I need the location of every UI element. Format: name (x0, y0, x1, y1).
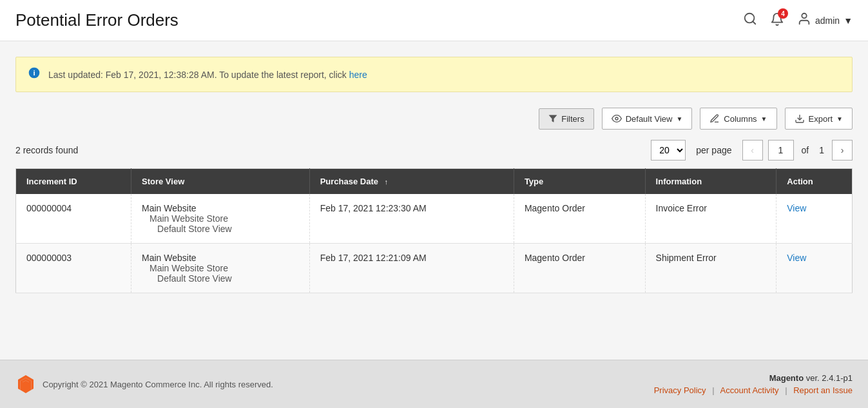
main-content: i Last updated: Feb 17, 2021, 12:38:28 A… (0, 41, 868, 360)
footer-copyright: Copyright © 2021 Magento Commerce Inc. A… (43, 380, 273, 389)
total-pages: 1 (819, 145, 824, 155)
sort-icon: ↑ (385, 178, 389, 186)
view-action-link[interactable]: View (787, 253, 806, 263)
table-row: 000000004 Main Website Main Website Stor… (16, 194, 853, 244)
user-menu[interactable]: admin ▼ (797, 12, 853, 29)
cell-type: Magento Order (514, 194, 645, 244)
page-of-label: of (802, 145, 809, 155)
cell-action: View (776, 194, 853, 244)
info-banner-link[interactable]: here (349, 70, 367, 80)
notification-bell[interactable]: 4 (770, 12, 784, 28)
col-information: Information (645, 169, 776, 195)
cell-information: Invoice Error (645, 194, 776, 244)
records-bar: 2 records found 20 30 50 per page ‹ 1 of… (15, 140, 853, 160)
columns-button[interactable]: Columns ▼ (700, 108, 776, 130)
svg-text:i: i (33, 68, 35, 77)
footer-version: Magento ver. 2.4.1-p1 (654, 373, 853, 383)
page-header: Potential Error Orders 4 admin ▼ (0, 0, 868, 41)
cell-increment-id: 000000003 (16, 244, 131, 293)
cell-purchase-date: Feb 17, 2021 12:23:30 AM (309, 194, 514, 244)
col-action: Action (776, 169, 853, 195)
col-type: Type (514, 169, 645, 195)
columns-chevron: ▼ (761, 115, 767, 122)
page-title: Potential Error Orders (15, 10, 178, 30)
account-activity-link[interactable]: Account Activity (720, 385, 779, 395)
toolbar: Filters Default View ▼ Columns ▼ Export … (15, 108, 853, 130)
cell-type: Magento Order (514, 244, 645, 293)
magento-logo-icon (15, 374, 36, 394)
col-store-view: Store View (131, 169, 310, 195)
svg-point-6 (615, 117, 618, 120)
svg-line-1 (753, 21, 755, 24)
cell-store-view: Main Website Main Website Store Default … (131, 244, 310, 293)
privacy-policy-link[interactable]: Privacy Policy (654, 385, 706, 395)
col-increment-id: Increment ID (16, 169, 131, 195)
view-action-link[interactable]: View (787, 203, 806, 213)
separator: | (785, 385, 787, 395)
next-page-button[interactable]: › (832, 140, 853, 160)
cell-action: View (776, 244, 853, 293)
table-body: 000000004 Main Website Main Website Stor… (16, 194, 853, 293)
default-view-chevron: ▼ (676, 115, 682, 122)
report-issue-link[interactable]: Report an Issue (793, 385, 853, 395)
cell-information: Shipment Error (645, 244, 776, 293)
info-icon: i (28, 66, 41, 83)
cell-increment-id: 000000004 (16, 194, 131, 244)
filters-button[interactable]: Filters (539, 108, 593, 130)
export-chevron: ▼ (836, 115, 843, 122)
footer-logo: Copyright © 2021 Magento Commerce Inc. A… (15, 374, 273, 394)
info-banner-text: Last updated: Feb 17, 2021, 12:38:28 AM.… (48, 70, 367, 80)
user-menu-chevron: ▼ (844, 15, 853, 26)
per-page-dropdown[interactable]: 20 30 50 (651, 140, 686, 160)
svg-marker-5 (549, 115, 557, 122)
prev-page-button[interactable]: ‹ (742, 140, 763, 160)
per-page-label: per page (696, 145, 731, 155)
current-page: 1 (768, 140, 794, 160)
footer-links: Privacy Policy | Account Activity | Repo… (654, 385, 853, 395)
page-footer: Copyright © 2021 Magento Commerce Inc. A… (0, 360, 868, 408)
cell-store-view: Main Website Main Website Store Default … (131, 194, 310, 244)
data-table: Increment ID Store View Purchase Date ↑ … (15, 168, 853, 293)
svg-point-2 (802, 14, 806, 18)
user-icon (797, 12, 811, 29)
export-button[interactable]: Export ▼ (785, 108, 853, 130)
table-row: 000000003 Main Website Main Website Stor… (16, 244, 853, 293)
per-page-select[interactable]: 20 30 50 (651, 140, 686, 160)
cell-purchase-date: Feb 17, 2021 12:21:09 AM (309, 244, 514, 293)
user-name: admin (815, 15, 840, 26)
default-view-button[interactable]: Default View ▼ (602, 108, 693, 130)
separator: | (712, 385, 714, 395)
table-header: Increment ID Store View Purchase Date ↑ … (16, 169, 853, 195)
info-banner: i Last updated: Feb 17, 2021, 12:38:28 A… (15, 57, 853, 92)
records-count: 2 records found (15, 145, 78, 155)
pagination: 20 30 50 per page ‹ 1 of 1 › (651, 140, 853, 160)
notification-badge: 4 (778, 8, 788, 19)
footer-right: Magento ver. 2.4.1-p1 Privacy Policy | A… (654, 373, 853, 395)
search-icon[interactable] (743, 12, 757, 29)
header-actions: 4 admin ▼ (743, 12, 853, 29)
col-purchase-date: Purchase Date ↑ (309, 169, 514, 195)
